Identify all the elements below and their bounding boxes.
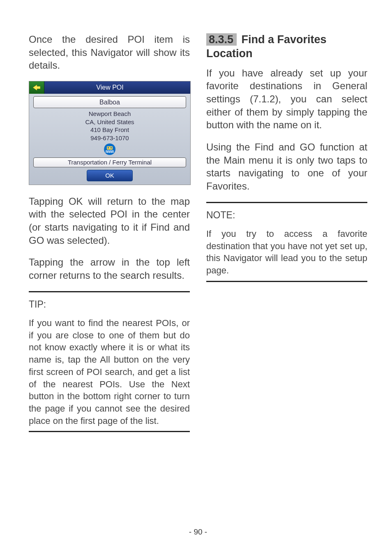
- poi-city: Newport Beach: [32, 110, 187, 118]
- view-poi-title: View POI: [44, 83, 190, 92]
- ok-button[interactable]: OK: [87, 170, 133, 181]
- ferry-terminal-icon: [104, 143, 115, 155]
- divider: [206, 202, 367, 203]
- tip-body: If you want to find the nearest POIs, or…: [29, 317, 190, 427]
- poi-name-field[interactable]: Balboa: [33, 96, 186, 108]
- view-poi-body: Balboa Newport Beach CA, United States 4…: [29, 94, 190, 185]
- poi-category-field[interactable]: Transportation / Ferry Terminal: [33, 157, 186, 167]
- after-paragraph-2: Tapping the arrow in the top left corner…: [29, 256, 190, 282]
- svg-rect-2: [108, 147, 109, 148]
- right-paragraph-1: If you have already set up your favorite…: [206, 67, 367, 132]
- right-paragraph-2: Using the Find and GO function at the Ma…: [206, 141, 367, 193]
- section-number: 8.3.5: [206, 33, 237, 46]
- poi-phone: 949-673-1070: [32, 134, 187, 142]
- tip-label: TIP:: [29, 298, 190, 310]
- manual-page: Once the desired POI item is selected, t…: [0, 0, 392, 553]
- poi-state: CA, United States: [32, 118, 187, 126]
- divider: [29, 291, 190, 292]
- svg-marker-0: [33, 85, 40, 90]
- page-number: - 90 -: [29, 528, 367, 537]
- arrow-left-icon: [33, 85, 40, 90]
- section-heading: 8.3.5 Find a Favorites Location: [206, 33, 367, 61]
- divider: [29, 431, 190, 432]
- left-column: Once the desired POI item is selected, t…: [29, 33, 190, 523]
- two-column-layout: Once the desired POI item is selected, t…: [29, 33, 367, 523]
- note-label: NOTE:: [206, 209, 367, 221]
- poi-address: 410 Bay Front: [32, 126, 187, 134]
- note-body: If you try to access a favorite destinat…: [206, 228, 367, 277]
- right-column: 8.3.5 Find a Favorites Location If you h…: [206, 33, 367, 523]
- back-button[interactable]: [29, 81, 44, 94]
- divider: [206, 281, 367, 282]
- view-poi-header: View POI: [29, 81, 190, 94]
- intro-paragraph: Once the desired POI item is selected, t…: [29, 33, 190, 72]
- after-paragraph-1: Tapping OK will return to the map with t…: [29, 195, 190, 247]
- svg-rect-3: [111, 147, 112, 148]
- view-poi-screenshot: View POI Balboa Newport Beach CA, United…: [29, 81, 191, 185]
